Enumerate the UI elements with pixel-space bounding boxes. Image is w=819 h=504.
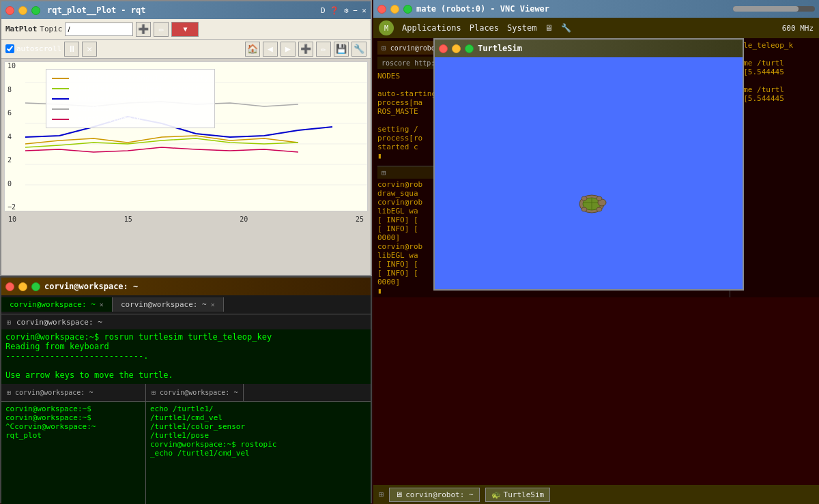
taskbar-terminal[interactable]: 🖥 corvin@robot: ~ (389, 488, 479, 502)
stop-button[interactable]: ✕ (82, 42, 97, 57)
autoscroll-check[interactable]: autoscroll (5, 44, 61, 53)
rqt-titlebar: rqt_plot__Plot - rqt D ❓ ⚙ − ✕ (1, 1, 371, 19)
zoom-button[interactable]: ➕ (298, 42, 313, 57)
legend-label-theta: /turtle1/pose/theta (73, 94, 159, 103)
taskbar-icon: ⊞ (379, 490, 384, 499)
bl-line-1: corvin@workspace:~$ (5, 404, 141, 413)
br-line-3: /turtle1/color_sensor (150, 422, 367, 431)
br-line-2: /turtle1/cmd_vel (150, 413, 367, 422)
term-line-1: corvin@workspace:~$ rosrun turtlesim tur… (5, 332, 367, 342)
ros-right-5: x=[5.544445 (734, 94, 815, 103)
pause-button[interactable]: ⏸ (64, 42, 79, 57)
workspace-tab-1[interactable]: corvin@workspace: ~ ✕ (1, 297, 113, 312)
mate-system-menu[interactable]: System (507, 23, 536, 33)
vnc-close-button[interactable] (377, 5, 386, 14)
turtlesim-minimize-button[interactable] (452, 44, 461, 53)
legend-label-linear: /turtle1/pose/linear_velocity (73, 84, 204, 93)
ws-maximize-button[interactable] (31, 282, 40, 291)
plot-yaxis: 1086420−2 (8, 62, 16, 211)
legend-label-angular: /turtle1/pose/angular_velocity (73, 74, 209, 83)
vnc-inner: M Applications Places System 🖥 🔧 600 MHz… (373, 18, 819, 504)
workspace-active-content[interactable]: corvin@workspace:~$ rosrun turtlesim tur… (1, 329, 371, 384)
bl-line-4: rqt_plot (5, 431, 141, 440)
vnc-maximize-button[interactable] (403, 5, 412, 14)
turtle-sprite (575, 190, 609, 218)
workspace-titlebar: corvin@workspace: ~ (1, 278, 371, 295)
save-button[interactable]: 💾 (334, 42, 349, 57)
bottom-left-terminal[interactable]: corvin@workspace:~$ corvin@workspace:~$ … (1, 402, 146, 504)
ws-minimize-button[interactable] (18, 282, 27, 291)
topic-input[interactable] (65, 23, 133, 36)
config-button[interactable]: 🔧 (351, 42, 367, 57)
vnc-minimize-button[interactable] (390, 5, 399, 14)
edit2-button[interactable]: ✏ (316, 42, 331, 57)
add-topic-button[interactable]: ➕ (136, 22, 151, 37)
bottom-right-tab-label: corvin@workspace: ~ (160, 389, 238, 396)
workspace-tab-2[interactable]: corvin@workspace: ~ ✕ (113, 297, 224, 312)
legend-line-y (52, 119, 69, 120)
workspace-title: corvin@workspace: ~ (44, 282, 138, 291)
topic-label: Topic (40, 25, 62, 33)
workspace-tab-2-close[interactable]: ✕ (211, 301, 215, 308)
taskbar-terminal-icon: 🖥 (395, 490, 403, 499)
svg-point-11 (581, 196, 587, 201)
bottom-split-tabs: ⊞ corvin@workspace: ~ ⊞ corvin@workspace… (1, 384, 371, 402)
bottom-left-tab-label: corvin@workspace: ~ (15, 389, 93, 396)
term-line-2: Reading from keyboard (5, 342, 367, 351)
forward-button[interactable]: ▶ (281, 42, 296, 57)
ws-close-button[interactable] (5, 282, 14, 291)
ros-right-4: name /turtl (734, 85, 815, 94)
maximize-button[interactable] (31, 6, 40, 15)
br-line-5: corvin@workspace:~$ rostopic (150, 440, 367, 449)
ros-right-3: x=[5.544445 (734, 68, 815, 76)
back-button[interactable]: ◀ (263, 42, 278, 57)
bottom-right-icon: ⊞ (152, 389, 156, 396)
ros-right-1: rtle_teleop_k (734, 41, 815, 50)
workspace-tab-2-label: corvin@workspace: ~ (121, 300, 207, 309)
workspace-terminal-main: corvin@workspace: ~ corvin@workspace: ~ … (0, 276, 372, 503)
color-button[interactable]: ▼ (171, 22, 199, 37)
ros-right-2: name /turtl (734, 59, 815, 68)
vnc-scrollbar[interactable] (733, 6, 799, 12)
edit-button[interactable]: ✏️ (154, 22, 169, 37)
bottom-right-terminal[interactable]: echo /turtle1/ /turtle1/cmd_vel /turtle1… (146, 402, 371, 504)
vnc-window: mate (robot:0) - VNC Viewer M Applicatio… (373, 0, 819, 504)
bottom-left-tab: ⊞ corvin@workspace: ~ (1, 384, 146, 401)
vnc-bottombar: ⊞ 🖥 corvin@robot: ~ 🐢 TurtleSim (373, 485, 819, 504)
ros-grid-icon: ⊞ (382, 44, 386, 53)
rqt-inner-toolbar: autoscroll ⏸ ✕ 🏠 ◀ ▶ ➕ ✏ 💾 🔧 (1, 40, 371, 59)
term-line-3: ----------------------------. (5, 351, 367, 361)
turtlesim-maximize-button[interactable] (465, 44, 474, 53)
close-button[interactable] (5, 6, 14, 15)
workspace-tab-1-close[interactable]: ✕ (100, 301, 104, 308)
bottom-left-icon: ⊞ (7, 389, 11, 396)
mate-places-menu[interactable]: Places (470, 23, 499, 33)
term-line-4 (5, 361, 367, 370)
mate-topbar-right: 600 MHz (782, 24, 814, 33)
workspace-tab-1-label: corvin@workspace: ~ (10, 300, 96, 309)
vnc-window-title: mate (robot:0) - VNC Viewer (416, 4, 549, 14)
home-button[interactable]: 🏠 (245, 42, 260, 57)
legend-line-angular (52, 78, 69, 79)
taskbar-turtlesim[interactable]: 🐢 TurtleSim (485, 488, 551, 502)
taskbar-turtlesim-icon: 🐢 (491, 490, 501, 499)
plot-legend: /turtle1/pose/angular_velocity /turtle1/… (46, 69, 215, 128)
mate-applications-menu[interactable]: Applications (402, 23, 461, 33)
minimize-button[interactable] (18, 6, 27, 15)
mate-topbar: M Applications Places System 🖥 🔧 600 MHz (373, 18, 819, 38)
br-line-4: /turtle1/pose (150, 431, 367, 440)
taskbar-terminal-label: corvin@robot: ~ (405, 490, 473, 499)
vnc-titlebar: mate (robot:0) - VNC Viewer (373, 0, 819, 18)
taskbar-turtlesim-label: TurtleSim (504, 490, 545, 499)
matplot-label: MatPlot (5, 25, 37, 33)
ros-bottom-icon: ⊞ (382, 168, 386, 177)
mate-menubar-icon1: 🖥 (545, 23, 553, 33)
br-line-6: _echo /turtle1/cmd_vel (150, 449, 367, 458)
autoscroll-checkbox[interactable] (5, 44, 14, 53)
br-line-1: echo /turtle1/ (150, 404, 367, 413)
bottom-split: corvin@workspace:~$ corvin@workspace:~$ … (1, 402, 371, 504)
turtlesim-titlebar: TurtleSim (435, 40, 743, 57)
turtlesim-close-button[interactable] (439, 44, 448, 53)
rqt-window-title: rqt_plot__Plot - rqt (47, 5, 146, 15)
bottom-right-tab: ⊞ corvin@workspace: ~ (146, 384, 244, 401)
